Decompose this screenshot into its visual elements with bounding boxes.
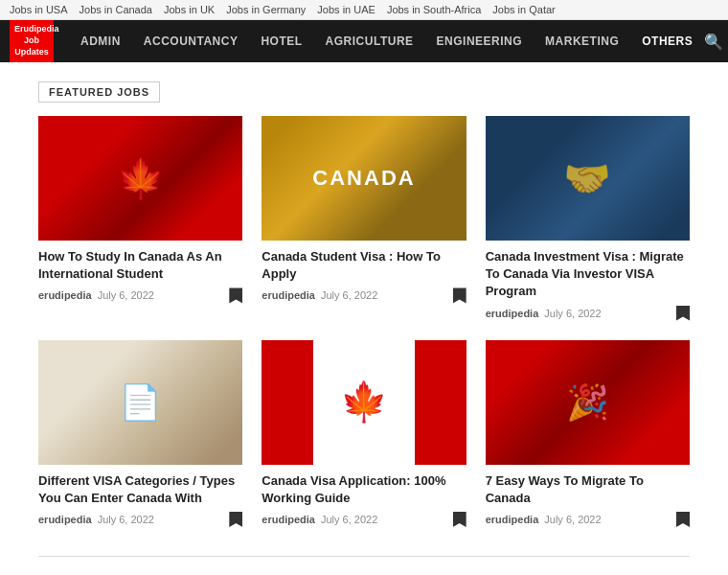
- section-divider: [38, 556, 690, 557]
- featured-card-1[interactable]: Canada Student Visa : How To Apply erudi…: [262, 116, 466, 321]
- card-meta-2: erudipedia July 6, 2022: [486, 306, 690, 321]
- nav-others[interactable]: OTHERS: [630, 20, 704, 62]
- site-logo[interactable]: Erudipedia Job Updates: [10, 20, 54, 61]
- bookmark-icon-2[interactable]: [676, 306, 690, 321]
- card-author-5: erudipedia: [486, 514, 539, 525]
- topbar-link-southafrica[interactable]: Jobs in South-Africa: [387, 4, 481, 15]
- featured-card-4[interactable]: 🍁 Canada Visa Application: 100% Working …: [262, 340, 466, 527]
- card-author-3: erudipedia: [38, 514, 92, 525]
- card-image-5: [486, 340, 690, 465]
- search-icon[interactable]: 🔍: [704, 33, 723, 51]
- card-meta-1: erudipedia July 6, 2022: [262, 288, 466, 303]
- nav-hotel[interactable]: HOTEL: [249, 20, 313, 62]
- nav-admin[interactable]: ADMIN: [69, 20, 132, 62]
- nav-agriculture[interactable]: AGRICULTURE: [314, 20, 425, 62]
- card-meta-4: erudipedia July 6, 2022: [262, 512, 466, 527]
- nav-links: ADMIN ACCOUNTANCY HOTEL AGRICULTURE ENGI…: [69, 20, 704, 62]
- card-title-0: How To Study In Canada As An Internation…: [38, 248, 242, 283]
- card-meta-5: erudipedia July 6, 2022: [486, 512, 690, 527]
- card-date-4: July 6, 2022: [321, 514, 377, 525]
- card-image-4: 🍁: [262, 340, 466, 465]
- card-date-2: July 6, 2022: [544, 308, 601, 319]
- card-author-1: erudipedia: [262, 289, 315, 301]
- card-title-3: Different VISA Categories / Types You Ca…: [38, 472, 242, 507]
- topbar-link-uk[interactable]: Jobs in UK: [164, 4, 215, 15]
- bookmark-icon-0[interactable]: [229, 288, 242, 303]
- card-title-2: Canada Investment Visa : Migrate To Cana…: [486, 248, 690, 301]
- nav-engineering[interactable]: ENGINEERING: [425, 20, 535, 62]
- card-title-4: Canada Visa Application: 100% Working Gu…: [262, 472, 466, 507]
- main-nav: Erudipedia Job Updates ADMIN ACCOUNTANCY…: [0, 20, 728, 62]
- card-date-5: July 6, 2022: [544, 514, 601, 525]
- bookmark-icon-5[interactable]: [676, 512, 690, 527]
- featured-card-2[interactable]: Canada Investment Visa : Migrate To Cana…: [486, 116, 690, 321]
- card-meta-3: erudipedia July 6, 2022: [38, 512, 242, 527]
- card-title-1: Canada Student Visa : How To Apply: [262, 248, 466, 283]
- topbar-link-usa[interactable]: Jobs in USA: [10, 4, 68, 15]
- nav-accountancy[interactable]: ACCOUNTANCY: [132, 20, 250, 62]
- card-author-0: erudipedia: [38, 289, 92, 301]
- topbar-link-germany[interactable]: Jobs in Germany: [226, 4, 306, 15]
- card-meta-0: erudipedia July 6, 2022: [38, 288, 242, 303]
- flag-white-mid: 🍁: [313, 340, 416, 465]
- bookmark-icon-3[interactable]: [229, 512, 242, 527]
- featured-card-grid: How To Study In Canada As An Internation…: [38, 116, 690, 527]
- topbar-link-qatar[interactable]: Jobs in Qatar: [492, 4, 555, 15]
- card-date-3: July 6, 2022: [98, 514, 154, 525]
- nav-marketing[interactable]: MARKETING: [534, 20, 630, 62]
- topbar-link-uae[interactable]: Jobs in UAE: [317, 4, 375, 15]
- card-image-2: [486, 116, 690, 241]
- featured-section-label: FEATURED JOBS: [38, 81, 160, 103]
- card-image-3: [38, 340, 242, 465]
- card-title-5: 7 Easy Ways To Migrate To Canada: [486, 472, 690, 507]
- featured-section: FEATURED JOBS How To Study In Canada As …: [38, 81, 690, 527]
- featured-card-3[interactable]: Different VISA Categories / Types You Ca…: [38, 340, 242, 527]
- flag-red-right: [415, 340, 466, 465]
- card-image-1: [262, 116, 466, 241]
- card-date-0: July 6, 2022: [98, 289, 154, 301]
- bookmark-icon-1[interactable]: [453, 288, 466, 303]
- top-bar: Jobs in USA Jobs in Canada Jobs in UK Jo…: [0, 0, 728, 20]
- flag-red-left: [262, 340, 312, 465]
- card-image-0: [38, 116, 242, 241]
- featured-card-0[interactable]: How To Study In Canada As An Internation…: [38, 116, 242, 321]
- featured-card-5[interactable]: 7 Easy Ways To Migrate To Canada erudipe…: [486, 340, 690, 527]
- topbar-link-canada[interactable]: Jobs in Canada: [80, 4, 152, 15]
- card-author-2: erudipedia: [486, 308, 539, 319]
- main-content: FEATURED JOBS How To Study In Canada As …: [0, 62, 728, 575]
- card-date-1: July 6, 2022: [321, 289, 377, 301]
- bookmark-icon-4[interactable]: [453, 512, 466, 527]
- card-author-4: erudipedia: [262, 514, 315, 525]
